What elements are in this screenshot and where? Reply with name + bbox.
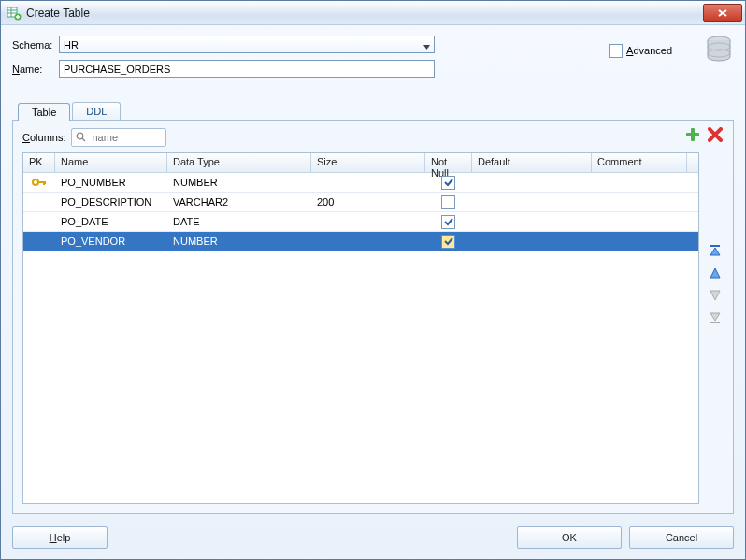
schema-label: Schema: — [12, 39, 59, 50]
columns-table: PK Name Data Type Size Not Null Default … — [22, 152, 699, 504]
create-table-dialog: Create Table Schema: HR Name: PURCHASE_O… — [0, 0, 746, 560]
cell-pk[interactable] — [23, 173, 55, 192]
notnull-checkbox[interactable] — [441, 235, 455, 249]
cell-comment[interactable] — [592, 193, 687, 211]
cell-comment[interactable] — [592, 173, 687, 192]
svg-rect-21 — [43, 181, 45, 185]
svg-marker-26 — [710, 291, 720, 300]
table-row[interactable]: PO_DESCRIPTIONVARCHAR2200 — [23, 193, 698, 212]
cell-size[interactable] — [311, 173, 425, 192]
cell-pk[interactable] — [23, 232, 55, 251]
cell-name[interactable]: PO_DATE — [55, 212, 167, 231]
table-row[interactable]: PO_NUMBERNUMBER — [23, 173, 698, 193]
cell-type[interactable]: NUMBER — [167, 173, 311, 192]
svg-marker-9 — [423, 45, 430, 50]
tab-panel-table: Columns: PK Name Data Type Size — [12, 120, 734, 514]
cell-comment[interactable] — [592, 232, 687, 251]
svg-marker-27 — [710, 313, 720, 321]
move-down-button[interactable] — [707, 287, 724, 304]
tab-strip: Table DDL — [18, 99, 734, 120]
svg-marker-24 — [710, 248, 720, 255]
cell-notnull[interactable] — [425, 173, 472, 192]
table-row[interactable]: PO_DATEDATE — [23, 212, 698, 232]
cell-default[interactable] — [472, 193, 592, 211]
th-pk[interactable]: PK — [23, 153, 55, 172]
create-table-icon — [7, 6, 22, 21]
advanced-toggle[interactable]: Advanced — [609, 44, 672, 58]
columns-search[interactable] — [71, 128, 166, 147]
tab-ddl[interactable]: DDL — [72, 102, 121, 120]
th-default[interactable]: Default — [472, 153, 592, 172]
svg-rect-16 — [686, 133, 699, 136]
svg-rect-22 — [45, 181, 46, 184]
cell-size[interactable]: 200 — [311, 193, 425, 211]
cell-default[interactable] — [472, 232, 592, 251]
ok-button[interactable]: OK — [517, 526, 622, 549]
th-notnull[interactable]: Not Null — [425, 153, 472, 172]
cell-size[interactable] — [311, 212, 425, 231]
svg-point-13 — [78, 133, 84, 139]
cell-type[interactable]: DATE — [167, 212, 311, 231]
cell-notnull[interactable] — [425, 193, 472, 211]
close-button[interactable] — [703, 4, 742, 22]
table-row[interactable]: PO_VENDORNUMBER — [23, 232, 698, 251]
cell-default[interactable] — [472, 212, 592, 231]
move-top-button[interactable] — [707, 242, 724, 259]
schema-value: HR — [64, 39, 79, 50]
title-bar: Create Table — [1, 1, 745, 25]
cell-notnull[interactable] — [425, 212, 472, 231]
tab-table[interactable]: Table — [18, 103, 70, 121]
chevron-down-icon — [423, 41, 431, 52]
cell-pk[interactable] — [23, 212, 55, 231]
advanced-label: Advanced — [626, 45, 672, 56]
window-title: Create Table — [26, 7, 703, 20]
remove-column-button[interactable] — [707, 126, 724, 143]
columns-search-input[interactable] — [90, 131, 150, 144]
cell-name[interactable]: PO_DESCRIPTION — [55, 193, 167, 211]
columns-label: Columns: — [22, 132, 65, 143]
th-type[interactable]: Data Type — [167, 153, 311, 172]
notnull-checkbox[interactable] — [441, 215, 455, 229]
th-size[interactable]: Size — [311, 153, 425, 172]
search-icon — [76, 132, 86, 144]
cell-default[interactable] — [472, 173, 592, 192]
table-header: PK Name Data Type Size Not Null Default … — [23, 153, 698, 173]
advanced-checkbox[interactable] — [609, 44, 623, 58]
cell-notnull[interactable] — [425, 232, 472, 251]
name-input[interactable]: PURCHASE_ORDERS — [59, 60, 435, 78]
th-comment[interactable]: Comment — [592, 153, 687, 172]
cell-pk[interactable] — [23, 193, 55, 211]
add-column-button[interactable] — [684, 126, 701, 143]
svg-point-19 — [33, 179, 38, 185]
name-value: PURCHASE_ORDERS — [64, 64, 170, 75]
database-icon — [706, 36, 732, 65]
move-up-button[interactable] — [707, 265, 724, 281]
notnull-checkbox[interactable] — [441, 176, 455, 190]
cell-type[interactable]: NUMBER — [167, 232, 311, 251]
move-bottom-button[interactable] — [707, 309, 724, 326]
svg-line-14 — [82, 138, 85, 141]
notnull-checkbox[interactable] — [441, 195, 455, 209]
cell-type[interactable]: VARCHAR2 — [167, 193, 311, 211]
cell-name[interactable]: PO_VENDOR — [55, 232, 167, 251]
help-button[interactable]: HHelpelp — [12, 526, 108, 549]
cell-size[interactable] — [311, 232, 425, 251]
cell-name[interactable]: PO_NUMBER — [55, 173, 167, 192]
name-label: Name: — [12, 64, 59, 75]
cell-comment[interactable] — [592, 212, 687, 231]
th-name[interactable]: Name — [55, 153, 167, 172]
schema-select[interactable]: HR — [59, 36, 435, 53]
cancel-button[interactable]: Cancel — [629, 526, 734, 549]
svg-marker-25 — [710, 268, 720, 278]
